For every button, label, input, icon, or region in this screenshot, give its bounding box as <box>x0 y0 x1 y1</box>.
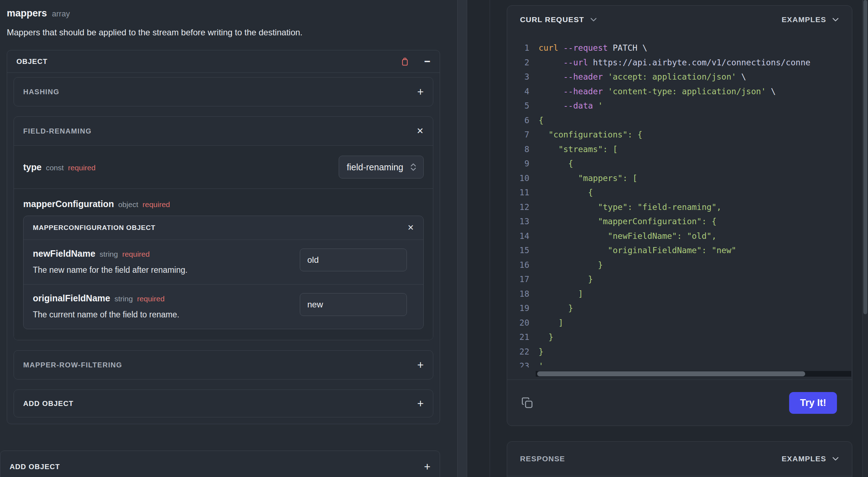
line-number: 4 <box>507 84 529 99</box>
section-mapper-row-filtering-label: MAPPER-ROW-FILTERING <box>23 361 122 369</box>
line-number: 2 <box>507 55 529 70</box>
field-required-badge: required <box>68 164 96 172</box>
response-card-header: RESPONSE EXAMPLES <box>507 442 852 476</box>
line-number: 12 <box>507 200 529 215</box>
line-content: "mappers": [ <box>529 171 637 186</box>
curl-request-selector[interactable]: CURL REQUEST <box>520 15 597 24</box>
type-value-dropdown[interactable]: field-renaming <box>339 156 424 179</box>
field-description: The new name for the field after renamin… <box>33 265 289 275</box>
copy-code-button[interactable] <box>521 396 534 409</box>
section-field-renaming-label: FIELD-RENAMING <box>23 127 92 135</box>
chevron-down-icon <box>590 17 597 22</box>
try-it-button[interactable]: Try It! <box>789 392 837 414</box>
field-required-badge: required <box>142 200 170 209</box>
delete-object-button[interactable] <box>400 57 410 66</box>
schema-panel-content: mappers array Mappers that should be app… <box>0 8 440 424</box>
line-content: --url https://api.airbyte.com/v1/connect… <box>529 55 811 70</box>
mapper-configuration-labels: mapperConfiguration object required <box>23 199 424 209</box>
field-name: newFieldName <box>33 248 95 259</box>
mapper-configuration-card-header: MAPPERCONFIGURATION OBJECT ✕ <box>24 216 423 240</box>
section-hashing-label: HASHING <box>23 88 59 96</box>
line-content: ] <box>529 287 583 301</box>
type-value: field-renaming <box>347 162 403 172</box>
line-content: "streams": [ <box>529 142 618 157</box>
originalFieldName-input[interactable] <box>300 293 407 316</box>
line-content: "configurations": { <box>529 127 642 142</box>
code-lines: 1curl --request PATCH \2 --url https://a… <box>507 41 852 367</box>
code-line: 20 ] <box>507 316 852 330</box>
code-line: 23' <box>507 359 852 367</box>
code-horizontal-scrollbar <box>536 371 851 377</box>
object-card-title: OBJECT <box>16 57 47 66</box>
line-content: ] <box>529 316 563 330</box>
code-line: 11 { <box>507 185 852 200</box>
curl-request-card: CURL REQUEST EXAMPLES <box>507 5 852 426</box>
plus-icon[interactable]: + <box>417 398 424 409</box>
section-field-renaming: FIELD-RENAMING ✕ type const required <box>14 116 433 340</box>
code-line: 2 --url https://api.airbyte.com/v1/conne… <box>507 55 852 70</box>
line-number: 7 <box>507 127 529 142</box>
plus-icon[interactable]: + <box>424 461 430 472</box>
line-content: { <box>529 185 593 200</box>
plus-icon[interactable]: + <box>417 360 424 371</box>
section-field-renaming-header[interactable]: FIELD-RENAMING ✕ <box>14 117 433 145</box>
field-kind: string <box>115 295 133 303</box>
code-line: 10 "mappers": [ <box>507 171 852 186</box>
field-labels: originalFieldName string required <box>33 293 289 303</box>
line-content: } <box>529 330 554 345</box>
field-row-originalFieldName: originalFieldName string required The cu… <box>24 284 423 329</box>
line-number: 21 <box>507 330 529 345</box>
line-number: 17 <box>507 272 529 287</box>
field-name: type <box>23 162 41 172</box>
close-icon[interactable]: ✕ <box>408 224 414 232</box>
code-examples-panel: CURL REQUEST EXAMPLES <box>490 0 868 477</box>
mapper-configuration-block: mapperConfiguration object required MAPP… <box>14 189 433 340</box>
plus-icon[interactable]: + <box>417 86 424 97</box>
line-content: curl --request PATCH \ <box>529 41 647 55</box>
type-field-row: type const required field-renaming <box>14 146 433 189</box>
line-content: } <box>529 272 593 287</box>
newFieldName-input[interactable] <box>300 248 407 271</box>
add-object-label: ADD OBJECT <box>23 400 74 408</box>
examples-label: EXAMPLES <box>782 455 826 463</box>
line-number: 15 <box>507 243 529 258</box>
line-number: 1 <box>507 41 529 55</box>
examples-selector[interactable]: EXAMPLES <box>782 15 839 24</box>
code-line: 14 "newFieldName": "old", <box>507 229 852 243</box>
line-number: 16 <box>507 258 529 272</box>
close-icon[interactable]: ✕ <box>417 127 424 135</box>
line-content: --header 'content-type: application/json… <box>529 84 776 99</box>
field-name: mapperConfiguration <box>23 199 114 209</box>
line-number: 6 <box>507 113 529 128</box>
line-number: 13 <box>507 214 529 229</box>
add-object-inner-button[interactable]: ADD OBJECT + <box>14 390 433 417</box>
add-object-outer-button[interactable]: ADD OBJECT + <box>0 451 440 477</box>
minus-icon: − <box>424 56 430 67</box>
line-number: 18 <box>507 287 529 301</box>
section-field-renaming-content: type const required field-renaming <box>14 145 433 340</box>
line-number: 8 <box>507 142 529 157</box>
line-content: { <box>529 156 573 171</box>
chevron-down-icon <box>832 457 839 461</box>
examples-selector[interactable]: EXAMPLES <box>782 455 839 463</box>
field-labels: newFieldName string required <box>33 248 289 259</box>
section-mapper-row-filtering-header[interactable]: MAPPER-ROW-FILTERING + <box>14 351 433 379</box>
code-line: 4 --header 'content-type: application/js… <box>507 84 852 99</box>
line-content: --data ' <box>529 99 603 113</box>
chevron-down-icon <box>832 17 839 22</box>
code-line: 15 "originalFieldName": "new" <box>507 243 852 258</box>
left-panel-scrollbar[interactable] <box>457 0 467 477</box>
property-header: mappers array <box>7 8 440 19</box>
field-required-badge: required <box>137 295 165 303</box>
api-docs-page: mappers array Mappers that should be app… <box>0 0 868 477</box>
mapper-configuration-card-title: MAPPERCONFIGURATION OBJECT <box>33 224 155 232</box>
chevrons-up-down-icon <box>410 162 417 172</box>
code-horizontal-scrollbar-thumb[interactable] <box>537 371 805 376</box>
page-scrollbar-thumb[interactable] <box>863 0 867 314</box>
section-hashing-header[interactable]: HASHING + <box>14 77 433 106</box>
code-block: 1curl --request PATCH \2 --url https://a… <box>507 34 852 367</box>
type-field-labels: type const required <box>23 162 96 172</box>
field-kind: string <box>100 250 118 258</box>
section-hashing: HASHING + <box>14 77 433 106</box>
collapse-object-button[interactable]: − <box>424 56 430 67</box>
